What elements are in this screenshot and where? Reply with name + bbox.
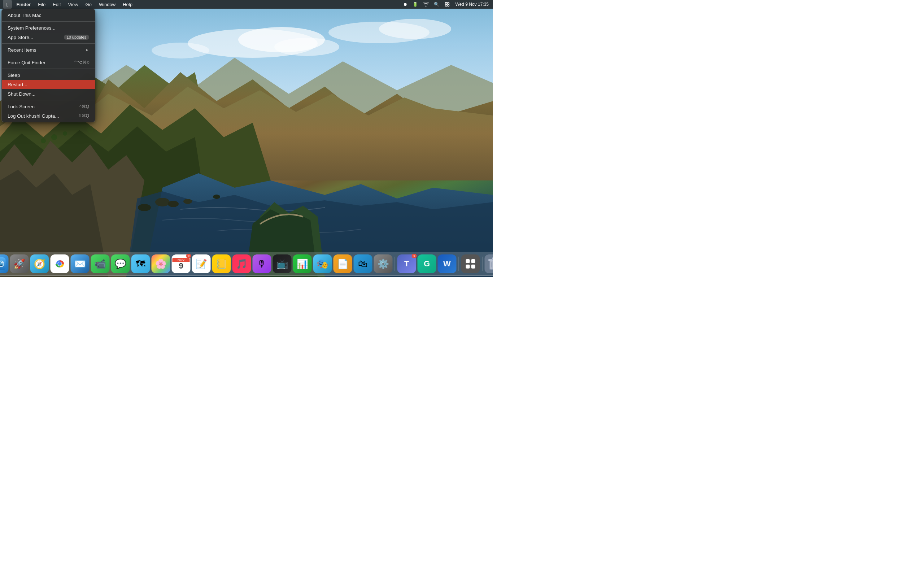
dock-icon-grammarly[interactable]: G (418, 254, 436, 273)
menu-item-recent-items[interactable]: Recent Items ► (2, 45, 95, 54)
svg-point-30 (445, 5, 447, 7)
dock-icon-music[interactable]: 🎵 (232, 254, 251, 273)
svg-point-26 (138, 204, 151, 211)
search-icon[interactable]: 🔍 (432, 2, 441, 7)
recent-items-arrow: ► (85, 48, 89, 52)
menu-item-lock-screen[interactable]: Lock Screen ^⌘Q (2, 102, 95, 111)
dock-icon-controlcenter[interactable] (461, 254, 480, 273)
menubar-left:  Finder File Edit View Go Window Help (3, 0, 135, 9)
dock-icon-keynote[interactable]: 🎭 (313, 254, 332, 273)
menu-separator-2 (2, 43, 95, 44)
svg-rect-47 (466, 265, 470, 269)
menu-item-log-out[interactable]: Log Out khushi Gupta... ⇧⌘Q (2, 111, 95, 120)
screen-record-icon: ⏺ (402, 2, 409, 7)
svg-point-6 (152, 43, 209, 58)
menu-item-restart[interactable]: Restart... (2, 80, 95, 89)
teams-badge: 1 (412, 254, 417, 258)
dock-icon-maps[interactable]: 🗺 (132, 254, 150, 273)
menubar-file[interactable]: File (35, 0, 48, 9)
menubar-go[interactable]: Go (82, 0, 95, 9)
svg-point-25 (183, 199, 192, 204)
dock-icon-trash[interactable] (485, 254, 493, 273)
dock-icon-word[interactable]: W (438, 254, 456, 273)
dock-icon-chrome[interactable] (51, 254, 69, 273)
svg-rect-46 (471, 259, 475, 263)
desktop:  Finder File Edit View Go Window Help ⏺… (0, 0, 493, 277)
dock-icon-launchpad[interactable]: 🚀 (10, 254, 29, 273)
svg-point-20 (63, 131, 67, 136)
menu-separator-5 (2, 100, 95, 101)
svg-point-27 (213, 194, 220, 199)
dock-icon-reminders[interactable]: 📝 (192, 254, 211, 273)
menu-item-shut-down[interactable]: Shut Down... (2, 89, 95, 99)
force-quit-shortcut: ⌃⌥⌘⎋ (74, 60, 89, 65)
menu-item-system-prefs[interactable]: System Preferences... (2, 23, 95, 33)
svg-point-44 (58, 262, 62, 265)
menubar-right: ⏺ 🔋 🔍 Wed 9 Nov 17:35 (402, 2, 490, 7)
dock-icon-mail[interactable]: ✉️ (71, 254, 89, 273)
dock-icon-messages[interactable]: 💬 (111, 254, 130, 273)
svg-point-31 (448, 5, 450, 7)
wifi-icon (422, 2, 430, 7)
dock-icon-teams[interactable]: T 1 (397, 254, 416, 273)
calendar-badge: 9 (186, 254, 191, 258)
dock-icon-pages[interactable]: 📄 (333, 254, 352, 273)
menu-item-sleep[interactable]: Sleep (2, 70, 95, 80)
menu-item-force-quit[interactable]: Force Quit Finder ⌃⌥⌘⎋ (2, 58, 95, 67)
menubar-help[interactable]: Help (120, 0, 135, 9)
svg-point-21 (41, 138, 46, 143)
menubar-edit[interactable]: Edit (50, 0, 64, 9)
dock-icon-facetime[interactable]: 📹 (91, 254, 110, 273)
menu-item-app-store[interactable]: App Store... 10 updates (2, 33, 95, 42)
svg-point-22 (87, 127, 94, 133)
svg-point-29 (448, 3, 450, 4)
svg-point-3 (274, 38, 339, 56)
app-store-badge: 10 updates (64, 35, 89, 40)
datetime-display: Wed 9 Nov 17:35 (454, 2, 490, 7)
menubar:  Finder File Edit View Go Window Help ⏺… (0, 0, 493, 9)
svg-point-38 (2, 262, 3, 264)
dock-icon-podcasts[interactable]: 🎙 (253, 254, 272, 273)
dock-icon-notes[interactable]: 📒 (212, 254, 231, 273)
svg-point-28 (445, 3, 447, 4)
svg-point-40 (0, 265, 3, 266)
dock: 🚀 🧭 ✉️ 📹 💬 (0, 252, 493, 276)
controlcenter-icon[interactable] (443, 2, 451, 7)
dock-icon-appstore[interactable]: 🛍 (354, 254, 372, 273)
apple-menu-dropdown: About This Mac System Preferences... App… (2, 9, 95, 122)
dock-icon-appletv[interactable]: 📺 (273, 254, 292, 273)
svg-point-24 (168, 201, 179, 207)
dock-separator (395, 257, 395, 271)
dock-icon-finder[interactable] (0, 254, 9, 273)
menubar-view[interactable]: View (65, 0, 81, 9)
menu-separator-4 (2, 69, 95, 69)
svg-point-5 (379, 19, 451, 39)
dock-icon-systemprefs[interactable]: ⚙️ (374, 254, 393, 273)
apple-menu-button[interactable]:  (3, 0, 12, 9)
svg-point-23 (155, 198, 170, 206)
dock-icon-safari[interactable]: 🧭 (30, 254, 49, 273)
menubar-finder[interactable]: Finder (13, 0, 34, 9)
menu-separator-3 (2, 56, 95, 56)
dock-separator-3 (482, 257, 483, 271)
lock-screen-shortcut: ^⌘Q (79, 104, 89, 109)
svg-rect-45 (466, 259, 470, 263)
svg-rect-49 (490, 260, 493, 270)
svg-rect-51 (492, 257, 493, 259)
dock-icon-calendar[interactable]: NOV 9 9 (172, 254, 191, 273)
svg-rect-48 (471, 265, 475, 269)
log-out-shortcut: ⇧⌘Q (78, 113, 89, 119)
menubar-window[interactable]: Window (96, 0, 119, 9)
dock-separator-2 (459, 257, 459, 271)
battery-icon: 🔋 (411, 2, 419, 7)
menu-item-about[interactable]: About This Mac (2, 10, 95, 20)
dock-icon-photos[interactable]: 🌸 (152, 254, 170, 273)
svg-point-19 (51, 134, 57, 140)
dock-icon-numbers[interactable]: 📊 (293, 254, 312, 273)
